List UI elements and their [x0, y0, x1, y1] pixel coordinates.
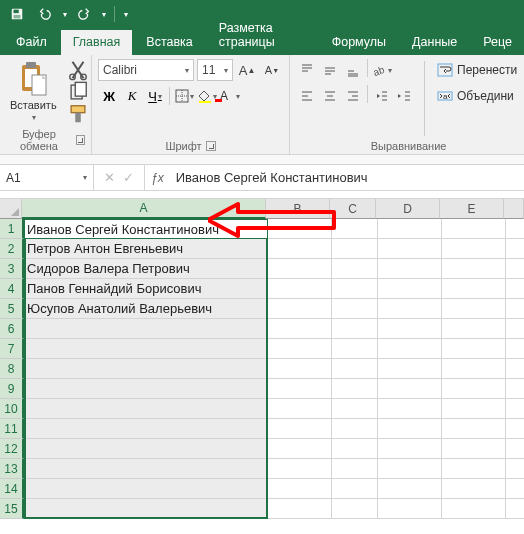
align-middle-icon[interactable]	[319, 59, 341, 81]
cell[interactable]	[442, 319, 506, 339]
cell[interactable]	[268, 379, 332, 399]
row-header[interactable]: 15	[0, 499, 24, 519]
cell[interactable]	[268, 299, 332, 319]
cell[interactable]	[442, 499, 506, 519]
font-color-icon[interactable]: А▾	[219, 85, 241, 107]
cell[interactable]: Петров Антон Евгеньевич	[24, 239, 268, 259]
row-header[interactable]: 2	[0, 239, 24, 259]
align-center-icon[interactable]	[319, 85, 341, 107]
cell[interactable]	[378, 299, 442, 319]
cell[interactable]	[506, 339, 524, 359]
cell[interactable]	[332, 439, 378, 459]
decrease-font-icon[interactable]: A▼	[261, 59, 283, 81]
paste-dropdown-icon[interactable]: ▾	[32, 113, 36, 122]
increase-indent-icon[interactable]	[394, 85, 416, 107]
cell[interactable]	[506, 459, 524, 479]
font-size-combo[interactable]: 11 ▾	[197, 59, 233, 81]
row-header[interactable]: 8	[0, 359, 24, 379]
cell[interactable]	[506, 399, 524, 419]
column-header-D[interactable]: D	[376, 199, 440, 219]
cell[interactable]	[268, 499, 332, 519]
cell[interactable]	[268, 259, 332, 279]
cell[interactable]	[332, 359, 378, 379]
cell[interactable]	[332, 319, 378, 339]
cell[interactable]	[378, 499, 442, 519]
increase-font-icon[interactable]: A▲	[236, 59, 258, 81]
copy-icon[interactable]	[67, 83, 89, 101]
column-header-E[interactable]: E	[440, 199, 504, 219]
row-header[interactable]: 10	[0, 399, 24, 419]
wrap-text-button[interactable]: Перенести	[433, 59, 521, 81]
cell[interactable]	[268, 399, 332, 419]
cell[interactable]	[332, 379, 378, 399]
cell[interactable]	[378, 459, 442, 479]
cell[interactable]	[506, 439, 524, 459]
cell[interactable]	[24, 219, 268, 239]
cell[interactable]: Юсупов Анатолий Валерьевич	[24, 299, 268, 319]
cell[interactable]	[506, 359, 524, 379]
cell[interactable]	[506, 219, 524, 239]
cell[interactable]	[506, 419, 524, 439]
align-left-icon[interactable]	[296, 85, 318, 107]
decrease-indent-icon[interactable]	[371, 85, 393, 107]
enter-icon[interactable]: ✓	[123, 170, 134, 185]
cell[interactable]	[378, 439, 442, 459]
cell[interactable]	[378, 359, 442, 379]
cell[interactable]	[442, 299, 506, 319]
column-header-partial[interactable]	[504, 199, 524, 219]
row-header[interactable]: 4	[0, 279, 24, 299]
cells-area[interactable]: Петров Антон Евгеньевич Сидоров Валера П…	[24, 219, 524, 519]
undo-dropdown-icon[interactable]: ▾	[63, 10, 67, 19]
cell[interactable]	[378, 319, 442, 339]
redo-dropdown-icon[interactable]: ▾	[102, 10, 106, 19]
borders-icon[interactable]: ▾	[173, 85, 195, 107]
cell[interactable]	[442, 439, 506, 459]
cell[interactable]	[24, 479, 268, 499]
cell[interactable]	[442, 459, 506, 479]
row-header[interactable]: 9	[0, 379, 24, 399]
cell[interactable]	[442, 419, 506, 439]
tab-formulas[interactable]: Формулы	[320, 30, 398, 55]
cell[interactable]	[506, 279, 524, 299]
font-name-combo[interactable]: Calibri ▾	[98, 59, 194, 81]
cancel-icon[interactable]: ✕	[104, 170, 115, 185]
row-header[interactable]: 12	[0, 439, 24, 459]
cell[interactable]	[332, 259, 378, 279]
cell[interactable]	[442, 239, 506, 259]
cell[interactable]	[268, 359, 332, 379]
fill-color-icon[interactable]: ▾	[196, 85, 218, 107]
cell[interactable]	[442, 399, 506, 419]
row-header[interactable]: 14	[0, 479, 24, 499]
cell[interactable]	[24, 499, 268, 519]
row-header[interactable]: 13	[0, 459, 24, 479]
align-top-icon[interactable]	[296, 59, 318, 81]
cell[interactable]	[378, 379, 442, 399]
cell[interactable]	[332, 239, 378, 259]
tab-page-layout[interactable]: Разметка страницы	[207, 16, 318, 55]
merge-center-button[interactable]: a Объедини	[433, 85, 521, 107]
cell[interactable]	[332, 399, 378, 419]
cell[interactable]	[442, 359, 506, 379]
bold-button[interactable]: Ж	[98, 85, 120, 107]
tab-data[interactable]: Данные	[400, 30, 469, 55]
cell[interactable]	[378, 219, 442, 239]
cell[interactable]	[378, 279, 442, 299]
cell[interactable]: Панов Геннайдий Борисович	[24, 279, 268, 299]
cell[interactable]: Сидоров Валера Петрович	[24, 259, 268, 279]
tab-review[interactable]: Реце	[471, 30, 524, 55]
row-header[interactable]: 3	[0, 259, 24, 279]
column-header-C[interactable]: C	[330, 199, 376, 219]
cell[interactable]	[24, 359, 268, 379]
cell[interactable]	[442, 339, 506, 359]
align-bottom-icon[interactable]	[342, 59, 364, 81]
cut-icon[interactable]	[67, 61, 89, 79]
cell[interactable]	[442, 479, 506, 499]
cell[interactable]	[24, 379, 268, 399]
cell[interactable]	[24, 319, 268, 339]
cell[interactable]	[332, 299, 378, 319]
cell[interactable]	[506, 499, 524, 519]
cell[interactable]	[506, 319, 524, 339]
undo-icon[interactable]	[34, 3, 56, 25]
cell[interactable]	[268, 239, 332, 259]
cell[interactable]	[268, 439, 332, 459]
